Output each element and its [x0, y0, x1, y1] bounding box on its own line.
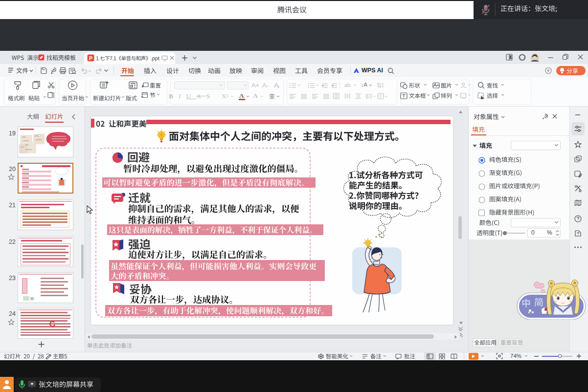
svg-text:P: P — [89, 55, 92, 61]
